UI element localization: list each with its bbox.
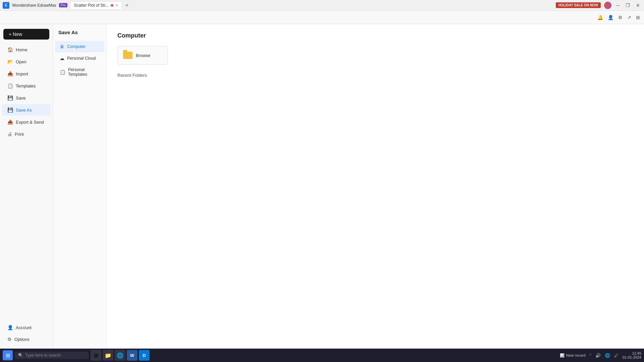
export-icon: 📤 bbox=[7, 119, 13, 125]
sidebar-item-save-as[interactable]: 💾 Save As bbox=[2, 104, 51, 116]
taskbar-search[interactable]: 🔍 bbox=[15, 352, 89, 359]
sidebar-item-export-label: Export & Send bbox=[16, 120, 44, 125]
taskbar-app-task-view[interactable]: ⊞ bbox=[91, 350, 101, 361]
sidebar-item-print-label: Print bbox=[15, 132, 24, 137]
folder-icon bbox=[123, 52, 132, 59]
sys-icons: ^ 🔊 🌐 🖊 bbox=[588, 352, 620, 359]
computer-icon: 🖥 bbox=[60, 44, 64, 49]
sidebar-item-options[interactable]: ⚙ Options bbox=[2, 334, 51, 345]
sidebar-item-options-label: Options bbox=[14, 337, 30, 342]
network-icon[interactable]: 🌐 bbox=[603, 352, 611, 359]
sidebar-bottom: 👤 Account ⚙ Options bbox=[0, 321, 53, 349]
time-display: 12:45 01-01-2024 bbox=[623, 351, 641, 359]
sidebar-item-templates[interactable]: 📋 Templates bbox=[2, 80, 51, 92]
second-panel: Save As 🖥 Computer ☁ Personal Cloud 📋 Pe… bbox=[53, 24, 107, 349]
home-icon: 🏠 bbox=[7, 47, 13, 52]
tab-title: Scatter Plot of Str... bbox=[74, 3, 108, 8]
avatar[interactable] bbox=[604, 2, 611, 9]
toolbar: 🔔 👤 ⚙ ↗ ⊞ bbox=[0, 11, 644, 24]
search-icon: 🔍 bbox=[18, 353, 23, 358]
volume-icon[interactable]: 🔊 bbox=[594, 352, 602, 359]
pen-icon[interactable]: 🖊 bbox=[613, 352, 620, 359]
options-icon: ⚙ bbox=[7, 337, 12, 342]
save-as-icon: 💾 bbox=[7, 107, 13, 113]
save-icon: 💾 bbox=[7, 95, 13, 101]
tab-close-icon[interactable]: ✕ bbox=[115, 3, 118, 8]
sidebar-item-open[interactable]: 📂 Open bbox=[2, 56, 51, 67]
panel-item-computer[interactable]: 🖥 Computer bbox=[55, 41, 104, 52]
import-icon: 📥 bbox=[7, 71, 13, 76]
tab-modified-dot bbox=[111, 4, 113, 7]
sidebar-item-templates-label: Templates bbox=[16, 83, 36, 88]
titlebar: E Wondershare EdrawMax Pro Scatter Plot … bbox=[0, 0, 644, 11]
sidebar: + New 🏠 Home 📂 Open 📥 Import 📋 Templates… bbox=[0, 24, 53, 349]
bell-icon-button[interactable]: 🔔 bbox=[596, 13, 604, 21]
main-panel-title: Computer bbox=[117, 32, 633, 39]
new-button[interactable]: + New bbox=[3, 29, 49, 40]
share-icon-button[interactable]: ↗ bbox=[626, 13, 633, 21]
taskbar-app-word[interactable]: W bbox=[127, 350, 138, 361]
near-record-label: Near record bbox=[566, 353, 585, 357]
sidebar-item-export-send[interactable]: 📤 Export & Send bbox=[2, 116, 51, 128]
second-panel-title: Save As bbox=[53, 29, 106, 41]
content-area: Save As 🖥 Computer ☁ Personal Cloud 📋 Pe… bbox=[53, 24, 644, 349]
chevron-up-icon[interactable]: ^ bbox=[588, 352, 593, 359]
sidebar-item-print[interactable]: 🖨 Print bbox=[2, 128, 51, 140]
holiday-badge[interactable]: HOLIDAY SALE ON NOW bbox=[556, 2, 601, 8]
search-input[interactable] bbox=[25, 353, 85, 358]
browse-card[interactable]: Browse bbox=[117, 46, 168, 65]
print-icon: 🖨 bbox=[7, 131, 12, 137]
sidebar-item-import[interactable]: 📥 Import bbox=[2, 68, 51, 79]
sidebar-item-account[interactable]: 👤 Account bbox=[2, 322, 51, 333]
sidebar-item-save-label: Save bbox=[16, 96, 26, 101]
taskbar-right: 📊 Near record ^ 🔊 🌐 🖊 12:45 01-01-2024 bbox=[560, 351, 641, 359]
panel-item-cloud-label: Personal Cloud bbox=[67, 56, 96, 61]
sidebar-item-import-label: Import bbox=[16, 71, 28, 76]
sidebar-item-account-label: Account bbox=[16, 325, 32, 330]
add-tab-button[interactable]: + bbox=[123, 2, 130, 9]
toolbar-icons: 🔔 👤 ⚙ ↗ ⊞ bbox=[596, 13, 641, 21]
app-logo: E bbox=[3, 2, 9, 9]
main-panel: Computer Browse Recent Folders bbox=[107, 24, 644, 349]
panel-item-personal-cloud[interactable]: ☁ Personal Cloud bbox=[55, 53, 104, 64]
start-button[interactable]: ⊞ bbox=[3, 350, 13, 360]
view-icon-button[interactable]: ⊞ bbox=[635, 13, 641, 21]
titlebar-left: E Wondershare EdrawMax Pro Scatter Plot … bbox=[3, 1, 556, 9]
browse-label: Browse bbox=[136, 53, 150, 58]
taskbar-app-extra[interactable]: D bbox=[139, 350, 150, 361]
sidebar-item-open-label: Open bbox=[16, 59, 26, 64]
minimize-button[interactable]: ─ bbox=[615, 2, 621, 9]
panel-item-templates-label: Personal Templates bbox=[68, 67, 100, 77]
sidebar-item-save-as-label: Save As bbox=[16, 108, 32, 113]
clock-date: 01-01-2024 bbox=[623, 355, 641, 359]
titlebar-right: HOLIDAY SALE ON NOW ─ ❐ ✕ bbox=[556, 2, 641, 9]
weather-icon: 📊 bbox=[560, 353, 565, 358]
panel-item-personal-templates[interactable]: 📋 Personal Templates bbox=[55, 64, 104, 80]
templates-icon: 📋 bbox=[7, 83, 13, 88]
sidebar-item-home-label: Home bbox=[16, 47, 28, 52]
settings-icon-button[interactable]: ⚙ bbox=[617, 13, 624, 21]
restore-button[interactable]: ❐ bbox=[624, 2, 631, 9]
recent-folders-label: Recent Folders bbox=[117, 73, 633, 78]
user-circle-icon-button[interactable]: 👤 bbox=[606, 13, 615, 21]
cloud-icon: ☁ bbox=[60, 56, 64, 61]
close-button[interactable]: ✕ bbox=[635, 2, 641, 9]
taskbar-app-file-explorer[interactable]: 📁 bbox=[103, 350, 113, 361]
clock-time: 12:45 bbox=[623, 351, 641, 355]
app-name: Wondershare EdrawMax bbox=[12, 3, 56, 8]
taskbar-app-chrome[interactable]: 🌐 bbox=[115, 350, 125, 361]
pro-badge: Pro bbox=[59, 3, 68, 7]
sidebar-item-home[interactable]: 🏠 Home bbox=[2, 44, 51, 55]
account-icon: 👤 bbox=[7, 325, 13, 330]
current-tab[interactable]: Scatter Plot of Str... ✕ bbox=[70, 1, 122, 9]
taskbar: ⊞ 🔍 ⊞ 📁 🌐 W D 📊 Near record ^ 🔊 🌐 🖊 12:4… bbox=[0, 349, 644, 362]
tab-bar: Scatter Plot of Str... ✕ + bbox=[70, 1, 130, 9]
open-icon: 📂 bbox=[7, 59, 13, 64]
sidebar-item-save[interactable]: 💾 Save bbox=[2, 92, 51, 104]
weather-widget: 📊 Near record bbox=[560, 353, 585, 358]
taskbar-apps: ⊞ 📁 🌐 W D bbox=[91, 350, 558, 361]
personal-templates-icon: 📋 bbox=[60, 69, 65, 75]
panel-item-computer-label: Computer bbox=[67, 44, 86, 49]
